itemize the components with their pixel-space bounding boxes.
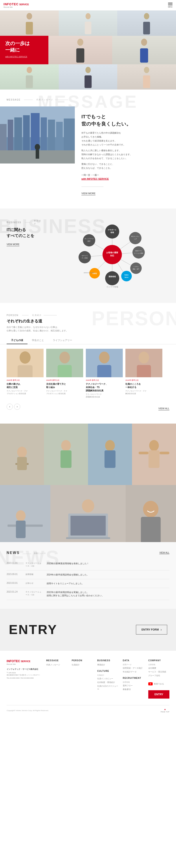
logo-text: INFOTEC (3, 2, 19, 6)
collage-cell-3 (88, 424, 132, 485)
footer-nav-data-2[interactable]: 年次統計データ (123, 671, 144, 673)
svg-text:セキュリ: セキュリ (82, 255, 88, 256)
message-section: MESSAGE MESSAGE 代表メッセージ (0, 90, 176, 209)
footer-nav-culture-3[interactable]: 社員の1日のスケジュール (97, 685, 118, 690)
message-person-label: 一同一言・一面一 (81, 174, 169, 177)
footer-nav-company-1[interactable]: 会社概要 (148, 667, 169, 670)
business-view-more[interactable]: VIEW MORE (7, 243, 19, 246)
svg-rect-71 (18, 365, 32, 377)
message-body: 何千もの業育てたら世の中の課題解決をお手伝してきた積極。それを通じて経済発展を支… (81, 131, 169, 170)
person-tab-0[interactable]: 子どもの頃 (7, 337, 27, 344)
footer-nav-data-1[interactable]: 採用実績・データ統計 (123, 667, 144, 670)
person-card-dept-3: テクノロジーワーク・テク解決担当社員 (125, 390, 162, 395)
footer-youtube-text: 動画でみる (154, 683, 164, 685)
footer-nav-person-item[interactable]: 社員紹介 (72, 663, 93, 666)
entry-form-button[interactable]: ENTRY FORM › (136, 625, 167, 634)
footer-nav-message-item[interactable]: 代表メッセージ (46, 663, 67, 666)
person-card-dept-0: テクノロジーワーク・テクプロダクション担当社員 (7, 390, 44, 395)
news-item-2: 2023.03.01 お知らせ 採用サイトをリニューアルしました。 (7, 579, 169, 588)
svg-rect-77 (97, 365, 111, 377)
collage-cell-1 (0, 424, 44, 485)
person-next-btn[interactable]: › (14, 404, 20, 410)
svg-text:設計: 設計 (87, 240, 91, 242)
svg-rect-94 (139, 452, 149, 454)
svg-rect-9 (140, 48, 148, 63)
svg-rect-103 (66, 537, 110, 539)
news-text-2[interactable]: 採用サイトをリニューアルしました。 (47, 582, 169, 585)
svg-point-76 (99, 351, 109, 364)
person-tab-2[interactable]: ライフシェアリー (48, 337, 77, 344)
svg-rect-1 (26, 22, 33, 35)
work-photo-3 (126, 485, 176, 542)
hero-person-4 (48, 36, 112, 64)
svg-point-56 (132, 246, 145, 258)
message-section-label: MESSAGE 代表メッセージ (7, 98, 169, 101)
hero-person-6 (0, 64, 59, 90)
footer-nav-culture-1[interactable]: 社員インタビュー (97, 677, 118, 680)
news-section-wrapper: NEWS NEWS 新着ニュース VIEW ALL 2023.11.01 テクノ… (0, 542, 176, 609)
person-prev-btn[interactable]: ‹ (7, 404, 13, 410)
news-cat-3: テクノロジーニュース・CS (26, 591, 43, 596)
person-card-title-2: テクノロジーワーク、未来社会・TS課題解決担当社員 (86, 382, 123, 392)
footer-nav-recruitment-sub: 採用情報 (123, 681, 144, 683)
svg-rect-107 (141, 517, 161, 542)
person-section-title: それぞれの生きる道 (7, 318, 169, 324)
footer-nav-culture-2[interactable]: 社内制度・環境紹介 (97, 681, 118, 684)
hero-person-1 (0, 10, 59, 36)
person-tab-1[interactable]: 学生のこと (27, 337, 48, 344)
svg-point-73 (59, 351, 70, 364)
footer-top: INFOTEC SERVICE Recruit Site インフォテック・サービ… (7, 659, 169, 699)
business-inner: BUSINESS 事業紹介 ITに関わる すべてのことを VIEW MORE (0, 219, 176, 290)
message-photo-inner (0, 106, 75, 163)
person-description: 自分で働く意義とは何か、なぜか分からない仕事は、仕事を通じて自分の成長、社会に働… (7, 326, 169, 333)
person-view-all[interactable]: VIEW ALL (158, 407, 169, 410)
svg-point-70 (20, 351, 31, 364)
person-card-tag-0: 2020年 新卒入社 (7, 379, 44, 381)
menu-button[interactable]: MENU (168, 3, 173, 8)
footer-entry-button[interactable]: ENTRY (148, 690, 169, 699)
svg-text:インフラ領域: インフラ領域 (106, 286, 118, 288)
hero-person-3 (117, 10, 176, 36)
person-section-label: PERSON 社員紹介 (7, 314, 169, 317)
footer-nav-company-2[interactable]: サービス・受注実績 (148, 671, 169, 673)
svg-point-12 (85, 67, 91, 73)
svg-text:システム: システム (133, 266, 139, 267)
news-text-3[interactable]: 2022年の新卒採用説明会を実施しました。採用に関するご質問はこちらまでお問い合… (47, 591, 169, 597)
news-cat-0: テクノロジーニュース・CS (26, 562, 43, 567)
news-text-1[interactable]: 2024年の新卒採用説明会を開催しました。 (47, 573, 169, 576)
svg-text:開発領域: 開発領域 (109, 276, 116, 278)
footer-nav: MESSAGE 代表メッセージ PERSON 社員紹介 BUSINESS 事業紹… (46, 659, 169, 699)
footer-address: インフォテック・サービス株式会社 〒105-0023 東京都港区芝浦1丁目1番1… (7, 668, 46, 679)
svg-rect-93 (149, 451, 159, 468)
business-section-label: BUSINESS 事業紹介 (7, 219, 44, 225)
header: INFOTEC SERVICE Recruit Site MENU (0, 0, 176, 10)
news-item-3: 2023.01.24 テクノロジーニュース・CS 2022年の新卒採用説明会を実… (7, 588, 169, 600)
red-banner-line2: 一緒に (5, 47, 43, 53)
hero-row-1 (0, 10, 176, 36)
svg-rect-84 (17, 457, 27, 470)
svg-text:対応: 対応 (110, 254, 115, 257)
svg-point-79 (139, 351, 149, 364)
footer-nav-company-3[interactable]: グループ会社 (148, 674, 169, 677)
page-top-button[interactable]: ▲ PAGE TOP (160, 708, 169, 713)
footer-nav-person: PERSON 社員紹介 (72, 659, 93, 699)
news-view-all[interactable]: VIEW ALL (159, 552, 169, 554)
footer: INFOTEC SERVICE Recruit Site インフォテック・サービ… (0, 650, 176, 717)
footer-youtube[interactable]: 動画でみる (148, 682, 169, 685)
news-title: NEWS (7, 551, 20, 555)
svg-rect-5 (143, 22, 150, 34)
news-text-0[interactable]: 2023年の新事業採用情報を発表しました！ (47, 562, 169, 565)
message-view-more[interactable]: VIEW MORE (81, 192, 96, 195)
person-card-tag-1: 2020年 新卒入社 (46, 379, 83, 381)
hero-person-8 (117, 64, 176, 90)
hero-person-2 (59, 10, 118, 36)
footer-nav-business-item[interactable]: 事業紹介 (97, 663, 118, 666)
hero-row-2-photos (48, 36, 176, 64)
svg-point-14 (144, 67, 149, 73)
footer-nav-recruitment-2[interactable]: 募集要項 (123, 688, 144, 691)
footer-nav-recruitment-1[interactable]: 選考フロー (123, 684, 144, 687)
svg-rect-7 (76, 48, 84, 63)
footer-nav-culture-heading: CULTURE (97, 670, 118, 672)
footer-logo-service: SERVICE (21, 660, 30, 662)
person-card-tag-3: 2019年 新卒入社 (125, 379, 162, 381)
